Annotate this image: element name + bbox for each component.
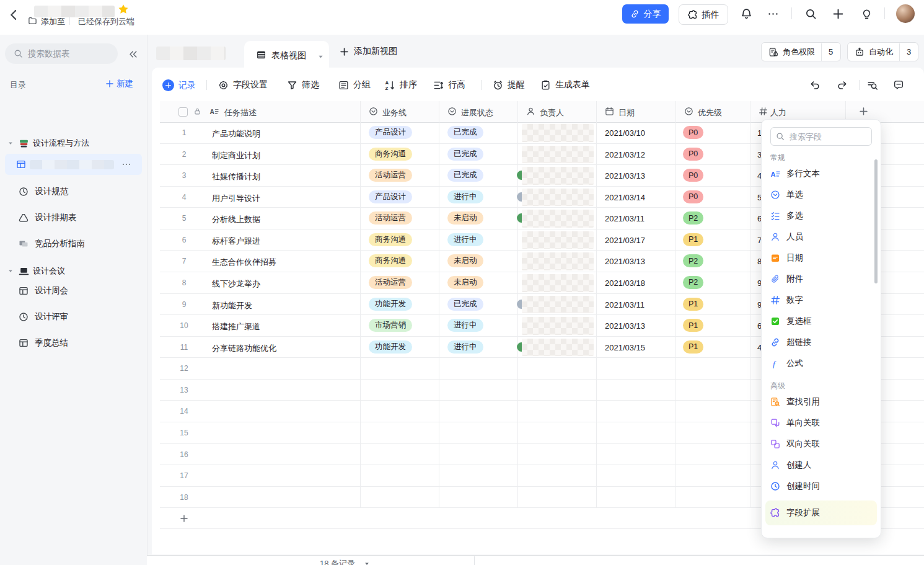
menu-item-多行文本[interactable]: A多行文本 bbox=[770, 163, 872, 184]
link-icon bbox=[630, 9, 640, 19]
star-icon[interactable] bbox=[118, 4, 129, 15]
menu-item-日期[interactable]: 日期 bbox=[770, 247, 872, 269]
search-icon bbox=[14, 49, 23, 58]
drive-icon bbox=[19, 213, 29, 223]
comment-icon[interactable] bbox=[893, 79, 904, 91]
share-button[interactable]: 分享 bbox=[622, 4, 669, 24]
two-way-link-icon bbox=[770, 439, 780, 449]
menu-item-label: 双向关联 bbox=[786, 438, 820, 450]
notification-bell-icon[interactable] bbox=[741, 8, 752, 20]
lightbulb-icon[interactable] bbox=[861, 8, 873, 20]
clock-icon bbox=[19, 187, 29, 197]
menu-item-公式[interactable]: f公式 bbox=[770, 353, 872, 374]
calendar-fill-icon bbox=[770, 253, 780, 263]
menu-item-超链接[interactable]: 超链接 bbox=[770, 332, 872, 353]
folder-icon bbox=[28, 16, 37, 25]
clock-icon bbox=[19, 312, 29, 322]
collapse-sidebar-icon[interactable] bbox=[128, 49, 138, 60]
menu-item-field-extension[interactable]: 字段扩展 bbox=[765, 500, 877, 525]
menu-item-label: 数字 bbox=[786, 295, 803, 306]
plugins-button[interactable]: 插件 bbox=[679, 4, 728, 25]
search-icon[interactable] bbox=[805, 8, 817, 20]
field-settings-button[interactable]: 字段设置 bbox=[218, 79, 268, 91]
divider bbox=[859, 80, 860, 90]
puzzle-icon bbox=[688, 10, 698, 20]
gear-icon bbox=[218, 80, 229, 91]
remind-button[interactable]: 提醒 bbox=[493, 79, 525, 91]
find-in-view-icon[interactable] bbox=[867, 79, 878, 91]
one-way-link-icon bbox=[770, 418, 780, 428]
sidebar-item-设计周会[interactable]: 设计周会 bbox=[0, 282, 147, 300]
menu-scrollbar[interactable] bbox=[874, 159, 878, 283]
sidebar-item-selected[interactable] bbox=[5, 154, 142, 175]
text-field-icon: A bbox=[770, 169, 780, 179]
tab-grid-view[interactable]: 表格视图 bbox=[244, 41, 329, 68]
filter-button[interactable]: 筛选 bbox=[287, 79, 319, 91]
row-height-button[interactable]: 行高 bbox=[433, 79, 465, 91]
menu-item-单向关联[interactable]: 单向关联 bbox=[770, 412, 872, 434]
more-icon[interactable] bbox=[121, 159, 131, 169]
redo-icon[interactable] bbox=[837, 79, 848, 91]
table-search-input[interactable]: 搜索数据表 bbox=[5, 43, 118, 64]
sidebar: 搜索数据表 目录 新建 设计流程与方法设计规范设计排期表竞品分析指南设计会议设计… bbox=[0, 35, 147, 565]
sidebar-group-0[interactable]: 设计流程与方法 bbox=[0, 135, 147, 151]
chevron-down-icon bbox=[317, 53, 324, 60]
slides-icon bbox=[19, 239, 29, 249]
menu-item-复选框[interactable]: 复选框 bbox=[770, 311, 872, 332]
add-to-button[interactable]: 添加至 bbox=[41, 16, 65, 27]
divider bbox=[147, 35, 147, 565]
back-icon[interactable] bbox=[7, 9, 20, 21]
row-height-icon bbox=[433, 80, 444, 91]
sidebar-item-label: 设计评审 bbox=[35, 311, 68, 323]
sidebar-group-5[interactable]: 设计会议 bbox=[0, 263, 147, 279]
sidebar-item-季度总结[interactable]: 季度总结 bbox=[0, 334, 147, 352]
menu-item-创建时间[interactable]: 创建时间 bbox=[770, 476, 872, 497]
menu-item-附件[interactable]: 附件 bbox=[770, 269, 872, 290]
divider bbox=[884, 7, 885, 19]
sidebar-group-label: 设计会议 bbox=[33, 265, 65, 277]
menu-item-查找引用[interactable]: 查找引用 bbox=[770, 391, 872, 412]
new-table-button[interactable]: 新建 bbox=[105, 78, 133, 89]
menu-item-单选[interactable]: 单选 bbox=[770, 184, 872, 205]
menu-item-label: 公式 bbox=[786, 358, 803, 369]
multi-select-icon bbox=[770, 211, 780, 221]
search-icon bbox=[776, 132, 785, 141]
menu-item-数字[interactable]: 数字 bbox=[770, 290, 872, 311]
sidebar-item-设计评审[interactable]: 设计评审 bbox=[0, 308, 147, 326]
link-icon bbox=[770, 337, 780, 347]
undo-icon[interactable] bbox=[809, 79, 821, 91]
chevron-down-icon[interactable] bbox=[364, 561, 370, 565]
books-icon bbox=[19, 138, 29, 149]
more-icon[interactable] bbox=[767, 8, 779, 20]
divider bbox=[791, 7, 792, 19]
group-button[interactable]: 分组 bbox=[338, 79, 371, 91]
grid-view-icon bbox=[256, 50, 266, 60]
avatar[interactable] bbox=[896, 4, 915, 23]
menu-item-双向关联[interactable]: 双向关联 bbox=[770, 434, 872, 455]
menu-item-多选[interactable]: 多选 bbox=[770, 205, 872, 226]
select-field-icon bbox=[770, 190, 780, 200]
sidebar-item-设计排期表[interactable]: 设计排期表 bbox=[0, 208, 147, 227]
add-record-button[interactable]: 记录 bbox=[162, 79, 196, 91]
automation-button[interactable]: 自动化 3 bbox=[847, 42, 918, 61]
sidebar-item-label: 设计排期表 bbox=[35, 212, 77, 223]
field-search-input[interactable] bbox=[770, 127, 872, 146]
menu-item-创建人[interactable]: 创建人 bbox=[770, 455, 872, 476]
plus-icon[interactable] bbox=[832, 8, 844, 20]
sidebar-item-设计规范[interactable]: 设计规范 bbox=[0, 182, 147, 201]
add-view-button[interactable]: 添加新视图 bbox=[340, 46, 397, 57]
menu-item-label: 单向关联 bbox=[786, 417, 820, 429]
person-icon bbox=[770, 232, 780, 242]
divider bbox=[474, 556, 475, 565]
person-icon bbox=[770, 460, 780, 470]
generate-form-button[interactable]: 生成表单 bbox=[540, 79, 590, 91]
role-permission-button[interactable]: 角色权限 5 bbox=[761, 42, 841, 61]
sort-button[interactable]: AZ 排序 bbox=[385, 79, 417, 91]
bitable-icon bbox=[19, 338, 29, 348]
menu-section-label: 高级 bbox=[770, 376, 872, 391]
lookup-icon bbox=[770, 397, 780, 407]
directory-label: 目录 bbox=[10, 79, 26, 91]
sidebar-item-竞品分析指南[interactable]: 竞品分析指南 bbox=[0, 234, 147, 253]
menu-item-人员[interactable]: 人员 bbox=[770, 226, 872, 247]
view-toolbar: 记录 字段设置 筛选 分组 AZ 排序 行高 提醒 生成表 bbox=[152, 68, 924, 101]
